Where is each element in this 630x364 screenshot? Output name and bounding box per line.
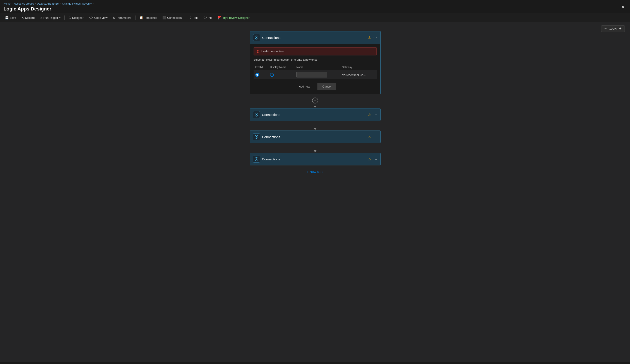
radio-inner-dot — [256, 74, 258, 76]
arrow-line-3 — [315, 144, 315, 150]
run-trigger-button[interactable]: ▷ Run Trigger ▾ — [38, 15, 63, 20]
select-label: Select an existing connection or create … — [254, 58, 377, 61]
more-options-step2[interactable]: ⋯ — [373, 112, 377, 117]
breadcrumb-lab[interactable]: AZ500LAB131415 — [37, 2, 59, 5]
discard-icon: ✕ — [22, 16, 24, 20]
name-cell: azuresentinel-Ch... — [340, 70, 376, 80]
parameters-button[interactable]: ⚙ Parameters — [111, 15, 134, 20]
card-title-main: Connections — [262, 36, 280, 40]
title-more-button[interactable]: ... — [54, 7, 57, 11]
close-button[interactable]: ✕ — [619, 4, 626, 10]
card-icon-step3 — [253, 133, 260, 140]
breadcrumb-sep-1: › — [12, 2, 13, 5]
help-button[interactable]: ? Help — [188, 15, 201, 20]
arrow-head-2 — [314, 128, 317, 130]
title-bar: Home › Resource groups › AZ500LAB131415 … — [0, 0, 630, 13]
flow-container: Connections ⚠ ⋯ ⊗ Invalid connection. Se… — [0, 22, 630, 362]
breadcrumb-change-incident[interactable]: Change-Incident-Severity — [62, 2, 92, 5]
save-button[interactable]: 💾 Save — [2, 15, 18, 20]
run-icon: ▷ — [40, 16, 42, 20]
warning-icon-main: ⚠ — [368, 36, 371, 40]
arrow-head-1 — [314, 106, 317, 108]
connection-card-main: Connections ⚠ ⋯ ⊗ Invalid connection. Se… — [250, 31, 380, 94]
connection-card-step3: Connections ⚠ ⋯ — [250, 130, 380, 143]
connectors-button[interactable]: ⬛ Connectors — [160, 15, 184, 20]
shield-icon-step3 — [254, 135, 258, 139]
display-name-input[interactable] — [296, 72, 327, 78]
col-display-name: Display Name — [268, 64, 294, 70]
arrow-head-3 — [314, 150, 317, 152]
more-options-step4[interactable]: ⋯ — [373, 157, 377, 162]
title-left: Home › Resource groups › AZ500LAB131415 … — [4, 2, 94, 12]
breadcrumb-home[interactable]: Home — [4, 2, 10, 5]
card-title-step3: Connections — [262, 135, 280, 139]
discard-button[interactable]: ✕ Discard — [19, 15, 37, 20]
arrow-line-top-1 — [315, 95, 315, 98]
breadcrumb-sep-3: › — [60, 2, 61, 5]
help-icon: ? — [190, 16, 192, 20]
zoom-in-button[interactable]: + — [618, 26, 622, 31]
cancel-button[interactable]: Cancel — [318, 83, 336, 90]
table-header: Invalid Display Name Name Gateway — [254, 64, 377, 70]
card-icon-step2 — [253, 111, 260, 118]
card-header-right-step4: ⚠ ⋯ — [368, 157, 377, 162]
toolbar-separator-1 — [64, 16, 64, 20]
card-header-main[interactable]: Connections ⚠ ⋯ — [250, 32, 380, 44]
connection-card-step4: Connections ⚠ ⋯ — [250, 153, 380, 166]
info-cell: i — [268, 70, 294, 80]
radio-selected[interactable] — [255, 73, 259, 77]
breadcrumb-sep-2: › — [35, 2, 36, 5]
code-view-button[interactable]: </> Code view — [87, 15, 110, 20]
table-row[interactable]: i azuresentinel-Ch... — [254, 70, 377, 80]
toolbar-separator-3 — [186, 16, 186, 20]
breadcrumb-resource-groups[interactable]: Resource groups — [14, 2, 34, 5]
shield-icon-step2 — [254, 112, 258, 116]
svg-point-2 — [256, 136, 257, 138]
add-new-button[interactable]: Add new — [294, 83, 315, 90]
try-preview-button[interactable]: 🚩 Try Preview Designer — [216, 15, 252, 20]
info-icon: ⓘ — [204, 16, 207, 20]
canvas: − 100% + Connections ⚠ ⋯ — [0, 22, 630, 362]
shield-icon-step4 — [254, 157, 258, 161]
card-header-step2[interactable]: Connections ⚠ ⋯ — [250, 108, 380, 121]
preview-icon: 🚩 — [218, 16, 222, 20]
card-header-right-main: ⚠ ⋯ — [368, 35, 377, 40]
more-options-step3[interactable]: ⋯ — [373, 134, 377, 139]
card-icon-main — [253, 34, 260, 41]
card-title-step2: Connections — [262, 113, 280, 116]
connectors-icon: ⬛ — [162, 16, 166, 20]
error-message: Invalid connection. — [261, 50, 284, 53]
svg-point-3 — [256, 159, 257, 160]
run-trigger-chevron: ▾ — [59, 16, 60, 19]
info-button[interactable]: ⓘ Info — [202, 14, 215, 21]
display-name-cell[interactable] — [294, 70, 340, 80]
zoom-out-button[interactable]: − — [604, 26, 608, 31]
zoom-controls: − 100% + — [601, 25, 625, 32]
add-step-button-1[interactable]: + — [312, 98, 318, 104]
simple-arrow-3 — [314, 144, 317, 152]
card-header-right-step3: ⚠ ⋯ — [368, 134, 377, 139]
breadcrumb-sep-4: › — [93, 2, 94, 5]
card-header-step4[interactable]: Connections ⚠ ⋯ — [250, 153, 380, 165]
code-icon: </> — [89, 16, 93, 20]
card-header-right-step2: ⚠ ⋯ — [368, 112, 377, 117]
card-header-left-step3: Connections — [253, 133, 280, 140]
connections-table: Invalid Display Name Name Gateway — [254, 64, 377, 79]
more-options-main[interactable]: ⋯ — [373, 35, 377, 40]
new-step-button[interactable]: + New step — [303, 168, 327, 175]
connection-name-value: azuresentinel-Ch... — [342, 73, 366, 76]
zoom-level: 100% — [609, 27, 616, 30]
svg-point-1 — [256, 114, 257, 115]
button-row: Add new Cancel — [254, 83, 377, 90]
error-bar: ⊗ Invalid connection. — [254, 47, 377, 56]
save-icon: 💾 — [5, 16, 8, 20]
card-header-step3[interactable]: Connections ⚠ ⋯ — [250, 131, 380, 143]
arrow-line-bottom-1 — [315, 104, 315, 106]
shield-icon-main — [255, 36, 258, 40]
error-circle-icon: ⊗ — [256, 49, 259, 54]
designer-button[interactable]: ⬡ Designer — [66, 15, 86, 20]
app-title-row: Logic Apps Designer ... — [4, 6, 94, 12]
templates-button[interactable]: 📋 Templates — [137, 15, 159, 20]
radio-cell[interactable] — [254, 70, 268, 80]
table-body: i azuresentinel-Ch... — [254, 70, 377, 80]
